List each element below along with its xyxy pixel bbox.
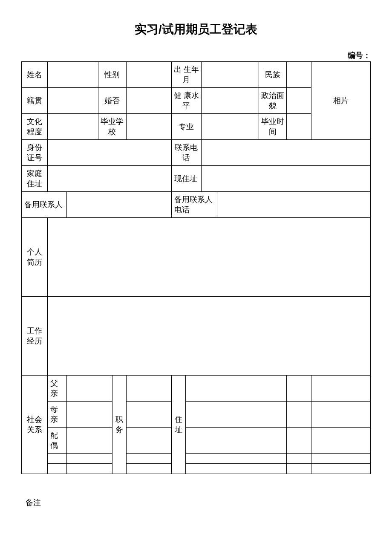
value-rel4name[interactable]	[67, 454, 112, 464]
registration-table: 姓名 性别 出 生年月 民族 相片 籍贯 婚否 健 康水平 政治面貌 文化程度 …	[21, 61, 371, 474]
value-name[interactable]	[48, 62, 98, 88]
value-political[interactable]	[287, 88, 311, 114]
label-address: 住址	[172, 376, 186, 474]
value-curraddr[interactable]	[201, 166, 370, 192]
value-ethnic[interactable]	[287, 62, 311, 88]
label-married: 婚否	[98, 88, 127, 114]
value-rel4lbl2[interactable]	[287, 454, 311, 464]
value-workexp[interactable]	[48, 297, 371, 376]
label-school: 毕业学校	[98, 114, 127, 140]
value-married[interactable]	[126, 88, 171, 114]
value-rel4pos[interactable]	[126, 454, 171, 464]
value-fatherextra[interactable]	[311, 376, 370, 402]
value-motherpos[interactable]	[126, 402, 171, 428]
label-ethnic: 民族	[259, 62, 287, 88]
value-homeaddr[interactable]	[48, 166, 172, 192]
label-remarks: 备注	[21, 497, 371, 508]
label-workexp: 工作经历	[22, 297, 48, 376]
value-backupphone[interactable]	[217, 192, 370, 218]
value-education[interactable]	[48, 114, 98, 140]
label-birth: 出 生年月	[172, 62, 202, 88]
label-native: 籍贯	[22, 88, 48, 114]
value-health[interactable]	[201, 88, 259, 114]
value-mothername[interactable]	[67, 402, 112, 428]
label-spouse: 配偶	[48, 428, 67, 454]
label-social: 社会关系	[22, 376, 48, 474]
label-gradtime: 毕业时间	[259, 114, 287, 140]
label-position: 职务	[112, 376, 126, 474]
value-fathername[interactable]	[67, 376, 112, 402]
value-spouseextra[interactable]	[311, 428, 370, 454]
label-rel4[interactable]	[48, 454, 67, 464]
label-curraddr: 现住址	[172, 166, 202, 192]
label-resume: 个人简历	[22, 218, 48, 297]
label-idno: 身份证号	[22, 140, 48, 166]
value-major[interactable]	[201, 114, 259, 140]
value-gradtime[interactable]	[287, 114, 311, 140]
label-health: 健 康水平	[172, 88, 202, 114]
value-idno[interactable]	[48, 140, 172, 166]
value-native[interactable]	[48, 88, 98, 114]
value-rel5pos[interactable]	[126, 464, 171, 474]
value-fatherpos[interactable]	[126, 376, 171, 402]
photo-cell[interactable]: 相片	[311, 62, 370, 140]
value-birth[interactable]	[201, 62, 259, 88]
value-rel4extra[interactable]	[311, 454, 370, 464]
value-gender[interactable]	[126, 62, 171, 88]
value-spousepos[interactable]	[126, 428, 171, 454]
form-title: 实习/试用期员工登记表	[21, 21, 371, 38]
value-fatheraddr[interactable]	[185, 376, 286, 402]
value-rel5name[interactable]	[67, 464, 112, 474]
value-spousename[interactable]	[67, 428, 112, 454]
label-political: 政治面貌	[259, 88, 287, 114]
value-spouselbl2[interactable]	[287, 428, 311, 454]
value-motheraddr[interactable]	[185, 402, 286, 428]
label-phone: 联系电话	[172, 140, 202, 166]
value-spouseaddr[interactable]	[185, 428, 286, 454]
label-backupcontact: 备用联系人	[22, 192, 67, 218]
value-rel5addr[interactable]	[185, 464, 286, 474]
label-homeaddr: 家庭住址	[22, 166, 48, 192]
label-education: 文化程度	[22, 114, 48, 140]
label-mother: 母亲	[48, 402, 67, 428]
value-backupcontact[interactable]	[67, 192, 172, 218]
value-fatherlbl2[interactable]	[287, 376, 311, 402]
label-rel5[interactable]	[48, 464, 67, 474]
value-school[interactable]	[126, 114, 171, 140]
label-major: 专业	[172, 114, 202, 140]
label-name: 姓名	[22, 62, 48, 88]
value-resume[interactable]	[48, 218, 371, 297]
value-rel5extra[interactable]	[311, 464, 370, 474]
value-phone[interactable]	[201, 140, 370, 166]
label-backupphone: 备用联系人电话	[172, 192, 217, 218]
doc-number-label: 编号：	[21, 50, 371, 61]
value-rel5lbl2[interactable]	[287, 464, 311, 474]
value-rel4addr[interactable]	[185, 454, 286, 464]
value-motherlbl2[interactable]	[287, 402, 311, 428]
label-father: 父亲	[48, 376, 67, 402]
value-motherextra[interactable]	[311, 402, 370, 428]
label-gender: 性别	[98, 62, 127, 88]
